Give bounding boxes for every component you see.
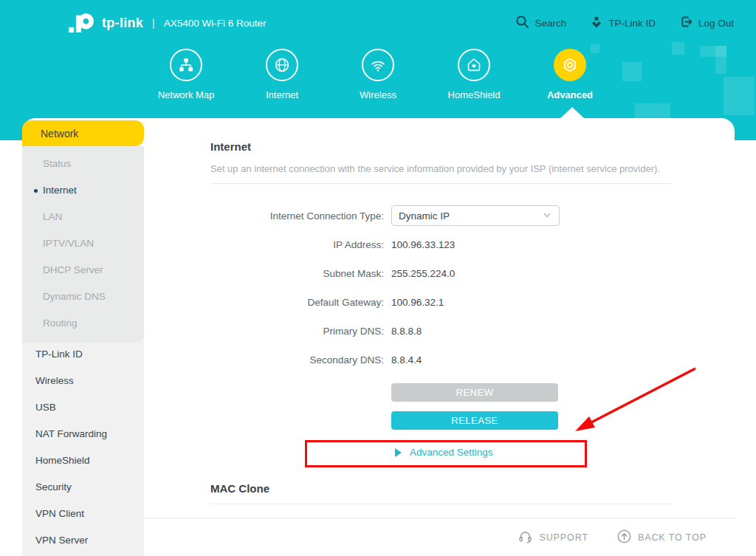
tplink-id-button[interactable]: TP-Link ID	[590, 16, 656, 31]
advanced-settings-row: Advanced Settings	[210, 442, 672, 464]
nav-internet[interactable]: Internet	[234, 49, 330, 100]
top-actions: Search TP-Link ID Log Ou	[515, 15, 734, 31]
sidebar-item-lan[interactable]: LAN	[22, 204, 144, 230]
nav-label: Advanced	[547, 89, 593, 100]
sidebar-item-vpn-client[interactable]: VPN Client	[22, 501, 144, 527]
nav-label: HomeShield	[448, 89, 501, 100]
top-bar: tp-link | AX5400 Wi-Fi 6 Router Search	[0, 10, 734, 35]
nav-label: Internet	[266, 89, 298, 100]
brand-name: tp-link	[102, 16, 143, 31]
logout-button[interactable]: Log Out	[679, 15, 734, 31]
active-bullet-icon	[34, 189, 38, 193]
sidebar-item-security[interactable]: Security	[22, 474, 144, 501]
support-button[interactable]: SUPPORT	[518, 529, 588, 546]
sidebar-item-dhcp-server[interactable]: DHCP Server	[22, 257, 144, 284]
arrow-up-circle-icon	[616, 529, 632, 546]
back-to-top-button[interactable]: BACK TO TOP	[616, 529, 707, 546]
content-panel: Network Status Internet LAN IPTV/VLAN DH…	[22, 118, 735, 556]
sidebar-item-routing[interactable]: Routing	[22, 310, 144, 337]
nav-homeshield[interactable]: HomeShield	[426, 49, 522, 100]
chevron-down-icon	[542, 210, 552, 222]
network-map-icon	[170, 49, 202, 81]
sidebar-item-dynamic-dns[interactable]: Dynamic DNS	[22, 284, 144, 310]
field-label: Subnet Mask:	[210, 268, 384, 279]
headset-icon	[518, 529, 533, 546]
ip-address-value: 100.96.33.123	[391, 239, 455, 250]
back-to-top-label: BACK TO TOP	[638, 532, 707, 543]
field-label: Primary DNS:	[210, 326, 384, 337]
divider	[210, 183, 672, 184]
nav-wireless[interactable]: Wireless	[330, 49, 426, 100]
sidebar-item-internet[interactable]: Internet	[22, 177, 144, 204]
logout-label: Log Out	[698, 18, 734, 29]
sidebar-item-vpn-server[interactable]: VPN Server	[22, 527, 144, 554]
sidebar-section-label: Network	[41, 128, 78, 140]
field-label: Secondary DNS:	[210, 354, 384, 365]
annotation-red-box	[305, 440, 587, 467]
main-nav: Network Map Internet Wirele	[0, 49, 756, 100]
router-model: AX5400 Wi-Fi 6 Router	[164, 18, 267, 29]
field-label: IP Address:	[210, 239, 384, 250]
select-value: Dynamic IP	[399, 210, 450, 222]
sidebar-item-iptv-vlan[interactable]: IPTV/VLAN	[22, 230, 144, 257]
footer-bar: SUPPORT BACK TO TOP	[144, 518, 735, 556]
subnet-mask-value: 255.255.224.0	[391, 268, 455, 279]
connection-type-select[interactable]: Dynamic IP	[391, 205, 560, 226]
brand-separator: |	[152, 17, 155, 29]
sidebar-item-wireless[interactable]: Wireless	[22, 368, 144, 394]
primary-dns-value: 8.8.8.8	[391, 326, 422, 337]
active-tab-notch	[560, 107, 584, 118]
section-title-internet: Internet	[210, 140, 672, 153]
field-label: Internet Connection Type:	[210, 210, 384, 222]
wifi-icon	[362, 49, 394, 81]
search-icon	[515, 15, 529, 31]
sidebar-item-usb[interactable]: USB	[22, 394, 144, 421]
section-description: Set up an internet connection with the s…	[210, 163, 672, 174]
sidebar-section-network[interactable]: Network	[22, 120, 144, 146]
sidebar-item-status[interactable]: Status	[22, 151, 144, 177]
homeshield-icon	[458, 49, 490, 81]
gear-icon	[554, 49, 586, 81]
release-button[interactable]: RELEASE	[391, 411, 558, 430]
globe-icon	[266, 49, 298, 81]
sidebar-item-nat-forwarding[interactable]: NAT Forwarding	[22, 421, 144, 447]
nav-network-map[interactable]: Network Map	[138, 49, 234, 100]
support-label: SUPPORT	[539, 532, 588, 543]
sidebar-sections: TP-Link ID Wireless USB NAT Forwarding H…	[22, 341, 144, 554]
renew-button[interactable]: RENEW	[391, 383, 558, 402]
nav-label: Wireless	[360, 89, 396, 100]
main-content: Internet Set up an internet connection w…	[144, 118, 735, 518]
sidebar-submenu: Status Internet LAN IPTV/VLAN DHCP Serve…	[22, 146, 144, 343]
secondary-dns-value: 8.8.4.4	[391, 354, 422, 365]
divider	[210, 504, 672, 504]
logout-icon	[679, 15, 693, 31]
sidebar-item-homeshield[interactable]: HomeShield	[22, 447, 144, 474]
search-button[interactable]: Search	[515, 15, 566, 31]
tplink-logo-icon	[69, 13, 95, 34]
tplink-id-label: TP-Link ID	[608, 18, 656, 29]
sidebar-item-tplink-id[interactable]: TP-Link ID	[22, 341, 144, 368]
section-title-mac-clone: MAC Clone	[210, 482, 672, 495]
field-label: Default Gateway:	[210, 297, 384, 308]
tplink-id-icon	[590, 16, 603, 31]
sidebar: Network Status Internet LAN IPTV/VLAN DH…	[22, 118, 144, 556]
nav-advanced[interactable]: Advanced	[522, 49, 618, 100]
sidebar-item-label: Internet	[43, 185, 77, 196]
nav-label: Network Map	[158, 89, 215, 100]
search-label: Search	[535, 18, 566, 29]
internet-form: Internet Connection Type: Dynamic IP IP …	[210, 205, 672, 464]
default-gateway-value: 100.96.32.1	[391, 297, 444, 308]
brand: tp-link | AX5400 Wi-Fi 6 Router	[69, 13, 267, 34]
